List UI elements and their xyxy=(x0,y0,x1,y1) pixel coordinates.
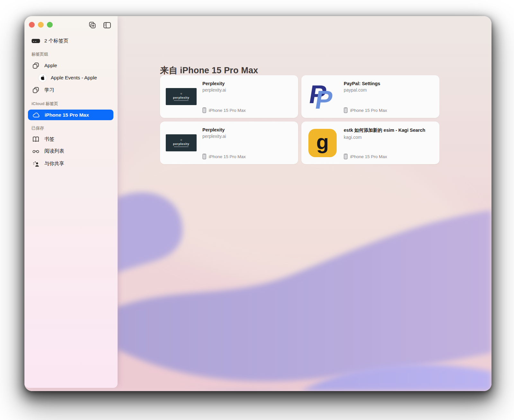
tabs-overview-row[interactable]: 2 个标签页 xyxy=(24,35,118,47)
tab-group-icon xyxy=(31,62,40,69)
iphone-icon xyxy=(344,107,348,113)
tab-url: perplexity.ai xyxy=(202,134,294,139)
sidebar-item-label: 阅读列表 xyxy=(44,148,64,155)
tab-title: Perplexity xyxy=(202,127,294,132)
sidebar-item-label: 书签 xyxy=(44,136,54,143)
icloud-tab-grid: ✳ perplexity Perplexity perplexity.ai iP… xyxy=(160,75,439,164)
device-label: iPhone 15 Pro Max xyxy=(209,154,246,159)
perplexity-thumbnail: ✳ perplexity xyxy=(166,88,197,105)
perplexity-wordmark: perplexity xyxy=(173,96,190,99)
sidebar-item-iphone-15-pro-max[interactable]: iPhone 15 Pro Max xyxy=(28,110,113,120)
tab-group-icon xyxy=(31,86,40,94)
device-row: iPhone 15 Pro Max xyxy=(202,154,294,159)
tab-bar-icon xyxy=(31,39,40,43)
sidebar-item-bookmarks[interactable]: 书签 xyxy=(24,133,118,145)
section-header-icloud-tabs: iCloud 标签页 xyxy=(31,101,114,107)
cloud-icon xyxy=(32,112,40,118)
plus-squares-icon xyxy=(88,21,97,30)
close-button[interactable] xyxy=(29,22,35,28)
sidebar-toggle-icon xyxy=(103,21,111,30)
tab-title: estk 如何添加新的 esim - Kagi Search xyxy=(344,127,435,133)
device-row: iPhone 15 Pro Max xyxy=(344,107,435,113)
tab-title: Perplexity xyxy=(202,81,294,86)
zoom-button[interactable] xyxy=(47,22,53,28)
sidebar: 2 个标签页 标签页组 Apple App xyxy=(24,16,118,388)
tab-url: paypal.com xyxy=(344,87,435,93)
perplexity-tagline-line xyxy=(174,100,189,101)
section-header-saved: 已保存 xyxy=(31,125,114,131)
perplexity-tagline-line xyxy=(174,146,189,147)
iphone-icon xyxy=(344,154,348,159)
icloud-tab-card-kagi[interactable]: g estk 如何添加新的 esim - Kagi Search kagi.co… xyxy=(301,121,439,164)
iphone-icon xyxy=(202,107,206,113)
device-row: iPhone 15 Pro Max xyxy=(202,107,294,113)
device-row: iPhone 15 Pro Max xyxy=(344,154,435,159)
bookmarks-icon xyxy=(31,136,40,142)
sidebar-item-label: 与你共享 xyxy=(44,160,64,167)
sidebar-item-label: Apple xyxy=(44,63,57,68)
kagi-logo-icon: g xyxy=(308,129,337,157)
device-label: iPhone 15 Pro Max xyxy=(209,108,246,113)
icloud-tab-card-paypal[interactable]: P P PayPal: Settings paypal.com iPhone 1… xyxy=(301,75,439,118)
screenshot-stage: 来自 iPhone 15 Pro Max ✳ perplexity Perple… xyxy=(0,0,514,420)
perplexity-thumbnail: ✳ perplexity xyxy=(166,134,197,151)
section-header-tab-groups: 标签页组 xyxy=(31,51,114,57)
sidebar-item-label: Apple Events - Apple xyxy=(51,75,97,81)
sidebar-item-study-group[interactable]: 学习 xyxy=(24,84,118,96)
device-label: iPhone 15 Pro Max xyxy=(350,108,387,113)
sidebar-item-shared-with-you[interactable]: 与你共享 xyxy=(24,158,118,169)
page-title: 来自 iPhone 15 Pro Max xyxy=(160,65,258,76)
iphone-icon xyxy=(202,154,206,159)
perplexity-logo-icon: ✳ xyxy=(180,139,182,142)
perplexity-logo-icon: ✳ xyxy=(180,93,182,95)
sidebar-item-label: iPhone 15 Pro Max xyxy=(45,112,89,118)
shared-with-you-icon xyxy=(31,160,40,167)
sidebar-item-reading-list[interactable]: 阅读列表 xyxy=(24,145,118,157)
minimize-button[interactable] xyxy=(38,22,44,28)
sidebar-item-apple-group[interactable]: Apple xyxy=(24,60,118,71)
toggle-sidebar-button[interactable] xyxy=(102,21,111,30)
icloud-tab-card-perplexity-1[interactable]: ✳ perplexity Perplexity perplexity.ai iP… xyxy=(160,75,298,118)
sidebar-item-label: 学习 xyxy=(44,87,54,94)
apple-logo-icon xyxy=(39,74,47,82)
tabs-overview-label: 2 个标签页 xyxy=(44,38,68,44)
tab-title: PayPal: Settings xyxy=(344,81,435,86)
reading-list-icon xyxy=(31,148,40,154)
tab-url: kagi.com xyxy=(344,135,435,140)
device-label: iPhone 15 Pro Max xyxy=(350,154,387,159)
tab-url: perplexity.ai xyxy=(202,87,294,93)
traffic-lights xyxy=(29,22,53,28)
paypal-logo-icon: P P xyxy=(309,82,336,112)
safari-window: 来自 iPhone 15 Pro Max ✳ perplexity Perple… xyxy=(24,16,492,391)
icloud-tabs-panel: 来自 iPhone 15 Pro Max ✳ perplexity Perple… xyxy=(118,16,492,391)
perplexity-wordmark: perplexity xyxy=(173,142,190,146)
sidebar-item-apple-events[interactable]: Apple Events - Apple xyxy=(24,72,118,84)
new-tab-group-button[interactable] xyxy=(88,21,97,30)
icloud-tab-card-perplexity-2[interactable]: ✳ perplexity Perplexity perplexity.ai iP… xyxy=(160,121,298,164)
